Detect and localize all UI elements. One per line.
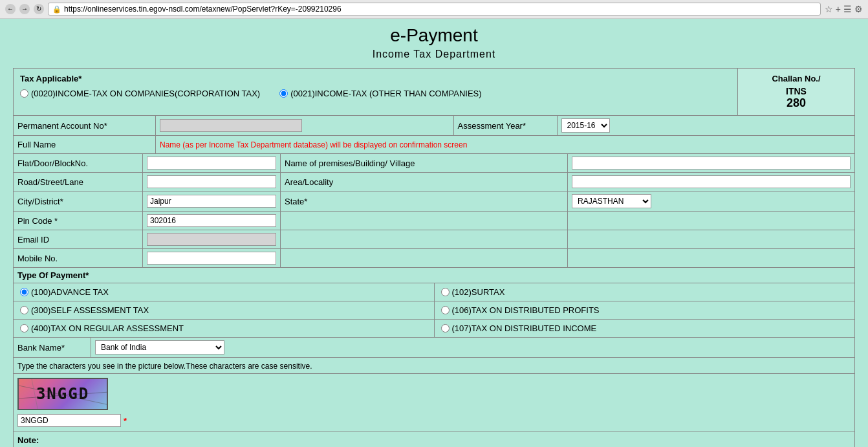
- payment-option-400[interactable]: (400)TAX ON REGULAR ASSESSMENT: [20, 322, 428, 334]
- extension-icon[interactable]: ☰: [843, 4, 852, 14]
- captcha-input[interactable]: [17, 414, 121, 427]
- flat-input-cell: [143, 154, 281, 172]
- area-input[interactable]: [572, 175, 851, 188]
- settings-icon[interactable]: ⚙: [854, 4, 863, 14]
- form-container: Tax Applicable* (0020)INCOME-TAX ON COMP…: [13, 68, 855, 447]
- payment-radio-400[interactable]: [20, 324, 28, 333]
- mobile-spacer: [281, 249, 568, 267]
- city-input[interactable]: [147, 195, 276, 208]
- page-subtitle: Income Tax Department: [13, 49, 855, 60]
- pan-label: Permanent Account No*: [14, 116, 156, 135]
- top-section: Tax Applicable* (0020)INCOME-TAX ON COMP…: [14, 69, 854, 116]
- email-label: Email ID: [14, 230, 143, 248]
- payment-radio-106[interactable]: [441, 306, 450, 314]
- tax-applicable-label: Tax Applicable*: [20, 74, 731, 83]
- tax-option-0021-label: (0021)INCOME-TAX (OTHER THAN COMPANIES): [290, 89, 481, 98]
- mobile-label: Mobile No.: [14, 249, 143, 267]
- browser-action-icons: ☆ + ☰ ⚙: [825, 4, 863, 14]
- payment-option-100[interactable]: (100)ADVANCE TAX: [20, 286, 428, 298]
- email-input[interactable]: [147, 233, 276, 246]
- payment-option-102[interactable]: (102)SURTAX: [441, 286, 849, 298]
- city-input-cell: [143, 191, 281, 211]
- page-title: e-Payment: [13, 25, 855, 46]
- payment-label-107: (107)TAX ON DISTRIBUTED INCOME: [452, 323, 597, 333]
- captcha-row: 3NGGD *: [14, 374, 854, 431]
- road-input[interactable]: [147, 175, 276, 188]
- plus-icon[interactable]: +: [836, 4, 841, 14]
- pincode-label: Pin Code *: [14, 212, 143, 230]
- area-input-cell: [568, 173, 854, 191]
- captcha-note: Type the characters you see in the pictu…: [14, 358, 854, 374]
- pan-input[interactable]: [160, 119, 302, 132]
- payment-left-col3: (400)TAX ON REGULAR ASSESSMENT: [14, 320, 435, 337]
- road-label: Road/Street/Lane: [14, 173, 143, 191]
- pan-row: Permanent Account No* Assessment Year* 2…: [14, 116, 854, 136]
- payment-radio-300[interactable]: [20, 306, 28, 314]
- pincode-input[interactable]: [147, 214, 276, 227]
- payment-label-100: (100)ADVANCE TAX: [31, 287, 109, 297]
- area-label: Area/Locality: [281, 173, 568, 191]
- payment-radio-107[interactable]: [441, 324, 450, 333]
- payment-type-row2: (300)SELF ASSESSMENT TAX (106)TAX ON DIS…: [14, 301, 854, 320]
- address-bar[interactable]: 🔒 https://onlineservices.tin.egov-nsdl.c…: [48, 3, 821, 16]
- payment-option-300[interactable]: (300)SELF ASSESSMENT TAX: [20, 304, 428, 316]
- payment-left-col2: (300)SELF ASSESSMENT TAX: [14, 301, 435, 319]
- premises-input[interactable]: [572, 157, 851, 169]
- page-content: e-Payment Income Tax Department Tax Appl…: [0, 19, 868, 447]
- tax-applicable-options: (0020)INCOME-TAX ON COMPANIES(CORPORATIO…: [20, 89, 731, 98]
- assessment-year-select[interactable]: 2015-16 2016-17 2014-15: [561, 118, 610, 133]
- tax-radio-0020[interactable]: [20, 89, 28, 98]
- browser-toolbar: ← → ↻ 🔒 https://onlineservices.tin.egov-…: [0, 0, 868, 19]
- assessment-year-cell: 2015-16 2016-17 2014-15: [558, 116, 855, 135]
- premises-input-cell: [568, 154, 854, 172]
- email-right-spacer: [568, 230, 854, 248]
- premises-label: Name of premises/Building/ Village: [281, 154, 568, 172]
- bank-input-cell: Bank of India State Bank of India HDFC B…: [91, 338, 228, 357]
- bank-select[interactable]: Bank of India State Bank of India HDFC B…: [95, 340, 224, 354]
- captcha-input-row: *: [17, 414, 851, 427]
- tax-option-0021[interactable]: (0021)INCOME-TAX (OTHER THAN COMPANIES): [279, 89, 481, 98]
- payment-option-106[interactable]: (106)TAX ON DISTRIBUTED PROFITS: [441, 304, 849, 316]
- mobile-row: Mobile No.: [14, 249, 854, 268]
- challan-section: Challan No./ ITNS 280: [738, 69, 854, 115]
- state-select[interactable]: RAJASTHAN DELHI MAHARASHTRA KARNATAKA: [572, 194, 651, 208]
- back-button[interactable]: ←: [5, 4, 16, 14]
- bank-name-label: Bank Name*: [14, 338, 91, 357]
- email-row: Email ID: [14, 230, 854, 249]
- flat-label: Flat/Door/BlockNo.: [14, 154, 143, 172]
- full-name-note: Name (as per Income Tax Department datab…: [156, 136, 854, 153]
- city-row: City/District* State* RAJASTHAN DELHI MA…: [14, 191, 854, 212]
- url-text: https://onlineservices.tin.egov-nsdl.com…: [64, 5, 342, 14]
- pincode-spacer: [281, 212, 568, 230]
- assessment-year-label: Assessment Year*: [454, 116, 558, 135]
- bank-row: Bank Name* Bank of India State Bank of I…: [14, 338, 854, 358]
- tax-radio-0021[interactable]: [279, 89, 288, 98]
- road-row: Road/Street/Lane Area/Locality: [14, 173, 854, 191]
- challan-label: Challan No./: [744, 74, 848, 83]
- mobile-input[interactable]: [147, 252, 276, 265]
- captcha-image: 3NGGD: [17, 378, 108, 410]
- pincode-row: Pin Code *: [14, 212, 854, 230]
- note-section: Note:: [14, 431, 854, 447]
- full-name-label: Full Name: [14, 136, 156, 153]
- payment-right-col2: (106)TAX ON DISTRIBUTED PROFITS: [435, 301, 855, 319]
- captcha-asterisk: *: [124, 416, 127, 426]
- payment-radio-102[interactable]: [441, 288, 450, 296]
- tax-option-0020[interactable]: (0020)INCOME-TAX ON COMPANIES(CORPORATIO…: [20, 89, 260, 98]
- refresh-button[interactable]: ↻: [34, 4, 44, 14]
- forward-button[interactable]: →: [19, 4, 30, 14]
- mobile-input-cell: [143, 249, 281, 267]
- full-name-row: Full Name Name (as per Income Tax Depart…: [14, 136, 854, 154]
- pan-input-cell: [156, 116, 454, 135]
- payment-type-row3: (400)TAX ON REGULAR ASSESSMENT (107)TAX …: [14, 320, 854, 338]
- tax-applicable-section: Tax Applicable* (0020)INCOME-TAX ON COMP…: [14, 69, 738, 115]
- payment-label-106: (106)TAX ON DISTRIBUTED PROFITS: [452, 305, 600, 315]
- flat-input[interactable]: [147, 157, 276, 169]
- note-label: Note:: [17, 435, 39, 445]
- payment-option-107[interactable]: (107)TAX ON DISTRIBUTED INCOME: [441, 322, 849, 334]
- star-icon[interactable]: ☆: [825, 4, 833, 14]
- pincode-right-spacer: [568, 212, 854, 230]
- payment-radio-100[interactable]: [20, 288, 28, 296]
- payment-left-col: (100)ADVANCE TAX: [14, 283, 435, 301]
- state-label: State*: [281, 191, 568, 211]
